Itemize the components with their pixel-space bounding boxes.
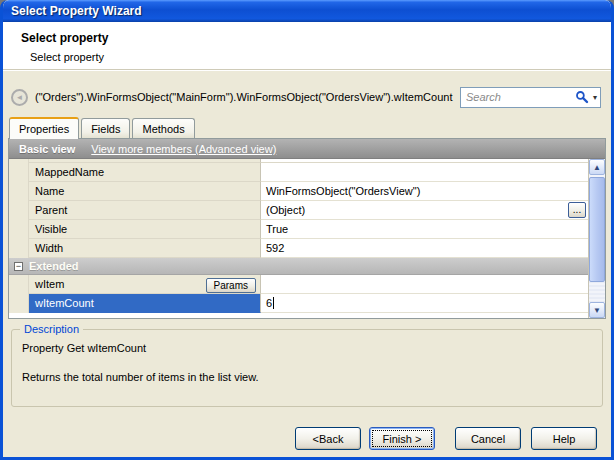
property-value: True bbox=[261, 220, 588, 239]
search-icon[interactable] bbox=[575, 90, 589, 104]
property-value bbox=[261, 275, 588, 294]
window-title: Select Property Wizard bbox=[11, 4, 142, 18]
basic-view-label: Basic view bbox=[19, 143, 75, 155]
ellipsis-button[interactable]: ... bbox=[568, 202, 586, 218]
row-margin bbox=[9, 201, 29, 220]
property-row-width[interactable]: Width 592 bbox=[9, 239, 588, 258]
tab-properties[interactable]: Properties bbox=[9, 117, 79, 138]
cancel-button[interactable]: Cancel bbox=[455, 427, 521, 450]
advanced-view-link[interactable]: View more members (Advanced view) bbox=[91, 143, 276, 155]
property-value: (Object) ... bbox=[261, 201, 588, 220]
scrollbar-track[interactable] bbox=[589, 175, 605, 302]
scroll-down-button[interactable]: ▼ bbox=[589, 302, 605, 318]
scroll-up-button[interactable]: ▲ bbox=[589, 159, 605, 175]
property-name: Name bbox=[29, 182, 261, 201]
property-value bbox=[261, 163, 588, 182]
title-bar[interactable]: Select Property Wizard bbox=[3, 0, 611, 22]
property-value-editor[interactable]: 6 bbox=[261, 294, 588, 313]
back-icon[interactable]: ◄ bbox=[11, 89, 28, 106]
tab-methods[interactable]: Methods bbox=[132, 118, 194, 138]
row-margin bbox=[9, 182, 29, 201]
select-property-wizard-window: Select Property Wizard Select property S… bbox=[0, 0, 614, 460]
property-grid-panel: Basic view View more members (Advanced v… bbox=[8, 138, 606, 319]
property-name: wItemCount bbox=[29, 294, 261, 313]
property-row-mappedname[interactable]: MappedName bbox=[9, 163, 588, 182]
search-input[interactable] bbox=[466, 91, 575, 103]
back-button[interactable]: <Back bbox=[295, 427, 361, 450]
description-line-1: Property Get wItemCount bbox=[22, 342, 592, 354]
property-value-text: 6 bbox=[266, 297, 272, 309]
finish-button[interactable]: Finish > bbox=[369, 427, 435, 450]
header-subtitle: Select property bbox=[30, 51, 611, 63]
scrollbar-thumb[interactable] bbox=[589, 177, 605, 282]
wizard-header: Select property Select property bbox=[3, 22, 611, 70]
property-row-parent[interactable]: Parent (Object) ... bbox=[9, 201, 588, 220]
property-value-text: (Object) bbox=[266, 204, 305, 216]
property-name: MappedName bbox=[29, 163, 261, 182]
grid-view-header: Basic view View more members (Advanced v… bbox=[9, 139, 605, 159]
group-row-extended[interactable]: − Extended bbox=[9, 258, 588, 275]
property-name: wItem bbox=[35, 278, 64, 290]
path-toolbar: ◄ ("Orders").WinFormsObject("MainForm").… bbox=[11, 86, 601, 108]
property-row-visible[interactable]: Visible True bbox=[9, 220, 588, 239]
button-row: <Back Finish > Cancel Help bbox=[3, 427, 611, 450]
property-row-witem[interactable]: wItem Params bbox=[9, 275, 588, 294]
params-button[interactable]: Params bbox=[206, 278, 256, 293]
collapse-icon[interactable]: − bbox=[14, 262, 23, 271]
row-margin bbox=[9, 163, 29, 182]
description-panel: Description Property Get wItemCount Retu… bbox=[11, 329, 603, 407]
tab-fields[interactable]: Fields bbox=[81, 118, 130, 138]
vertical-scrollbar[interactable]: ▲ ▼ bbox=[588, 159, 605, 318]
grid-body: MappedName Name WinFormsObject("OrdersVi… bbox=[9, 159, 605, 318]
help-button[interactable]: Help bbox=[531, 427, 597, 450]
row-margin bbox=[9, 220, 29, 239]
group-label: Extended bbox=[29, 260, 79, 272]
grid-rows: MappedName Name WinFormsObject("OrdersVi… bbox=[9, 159, 588, 318]
property-name: Visible bbox=[29, 220, 261, 239]
text-caret bbox=[273, 297, 274, 309]
tab-strip: Properties Fields Methods bbox=[9, 117, 611, 138]
row-margin bbox=[9, 239, 29, 258]
description-line-2: Returns the total number of items in the… bbox=[22, 371, 592, 383]
row-margin bbox=[9, 275, 29, 294]
property-name: Parent bbox=[29, 201, 261, 220]
header-title: Select property bbox=[21, 31, 611, 45]
property-name: Width bbox=[29, 239, 261, 258]
property-value: 592 bbox=[261, 239, 588, 258]
property-row-witemcount[interactable]: wItemCount 6 bbox=[9, 294, 588, 313]
property-row-name[interactable]: Name WinFormsObject("OrdersView") bbox=[9, 182, 588, 201]
object-path: ("Orders").WinFormsObject("MainForm").Wi… bbox=[35, 91, 460, 103]
description-label: Description bbox=[20, 323, 83, 335]
property-value: WinFormsObject("OrdersView") bbox=[261, 182, 588, 201]
row-margin bbox=[9, 294, 29, 313]
search-box[interactable]: ▾ bbox=[460, 87, 601, 108]
search-dropdown-icon[interactable]: ▾ bbox=[591, 93, 597, 102]
